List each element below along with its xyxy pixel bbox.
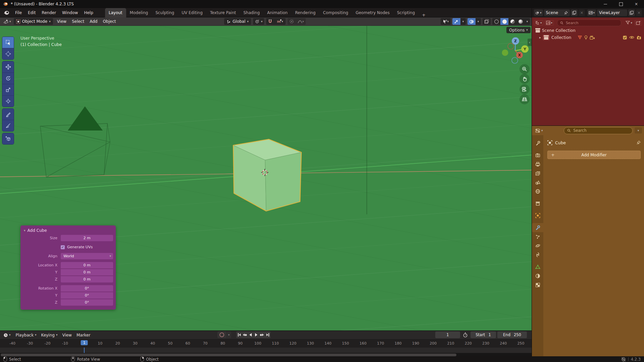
outliner-filter-button[interactable]: ▾ — [625, 20, 633, 25]
snap-toggle[interactable] — [266, 18, 274, 25]
timeline-menu-view[interactable]: View — [60, 333, 74, 338]
outliner-display-mode-button[interactable]: ▾ — [534, 20, 543, 25]
sidebar-collapse-arrow[interactable]: ‹ — [528, 39, 532, 46]
camera-object[interactable] — [40, 106, 110, 177]
workspace-tab-geometry-nodes[interactable]: Geometry Nodes — [352, 8, 393, 17]
new-viewlayer-button[interactable] — [628, 9, 635, 16]
expand-chevron-icon[interactable]: ▸ — [539, 36, 541, 39]
properties-tab-data[interactable] — [532, 262, 543, 271]
options-button[interactable]: Options ▾ — [506, 27, 531, 33]
play-reverse-button[interactable] — [248, 331, 253, 338]
browse-scene-button[interactable]: ▾ — [534, 9, 543, 16]
previous-keyframe-button[interactable] — [242, 331, 248, 338]
scene-name-field[interactable]: Scene — [544, 9, 570, 16]
tool-cursor[interactable] — [2, 48, 14, 59]
jump-to-start-button[interactable] — [236, 331, 242, 338]
frame-start-field[interactable]: Start 1 — [470, 331, 496, 338]
gizmo-neg-x[interactable] — [508, 43, 514, 49]
workspace-tab-uv-editing[interactable]: UV Editing — [178, 8, 206, 17]
close-button[interactable]: × — [629, 0, 644, 8]
timeline-ruler[interactable]: 1 -40-30-20-1010203040506070809010011012… — [0, 339, 532, 348]
gizmos-dropdown[interactable]: ▾ — [460, 18, 466, 25]
shading-dropdown[interactable]: ▾ — [525, 18, 530, 25]
workspace-tab-sculpting[interactable]: Sculpting — [152, 8, 178, 17]
generate-uvs-checkbox[interactable]: ✓ — [61, 245, 65, 249]
tool-transform[interactable] — [2, 95, 14, 107]
properties-tab-physics[interactable] — [532, 241, 543, 250]
align-dropdown[interactable]: World▾ — [61, 253, 113, 259]
proportional-falloff-dropdown[interactable]: ▾ — [296, 18, 306, 25]
menu-file[interactable]: File — [12, 8, 25, 17]
timeline-menu-keying[interactable]: Keying▾ — [39, 333, 60, 338]
location-z-field[interactable]: 0 m — [61, 276, 113, 282]
gizmo-neg-y[interactable] — [502, 50, 508, 56]
disable-render-icon[interactable] — [637, 36, 641, 40]
pivot-point-dropdown[interactable]: ▾ — [253, 18, 264, 25]
outliner-search[interactable] — [557, 19, 621, 26]
playhead[interactable] — [84, 348, 85, 353]
jump-to-end-button[interactable] — [265, 331, 270, 338]
browse-viewlayer-button[interactable]: ▾ — [587, 9, 596, 16]
properties-tab-output[interactable] — [532, 160, 543, 169]
proportional-edit-toggle[interactable] — [288, 18, 296, 25]
properties-tab-view-layer[interactable] — [532, 169, 543, 178]
rotation-x-field[interactable]: 0° — [61, 285, 113, 292]
viewport-menu-add[interactable]: Add — [87, 19, 100, 24]
tool-scale[interactable] — [2, 84, 14, 95]
properties-options-dropdown[interactable]: ▾ — [635, 127, 642, 134]
properties-tab-modifiers[interactable] — [532, 223, 543, 232]
properties-search[interactable] — [564, 127, 633, 134]
add-modifier-button[interactable]: + Add Modifier — [547, 151, 641, 159]
tool-rotate[interactable] — [2, 72, 14, 84]
scrollbar-handle[interactable] — [1, 354, 456, 356]
workspace-tab-modeling[interactable]: Modeling — [126, 8, 152, 17]
tool-annotate[interactable] — [2, 109, 14, 120]
location-x-field[interactable]: 0 m — [61, 262, 113, 268]
properties-tab-material[interactable] — [532, 271, 543, 280]
properties-tab-constraints[interactable] — [532, 250, 543, 259]
workspace-tab-layout[interactable]: Layout — [105, 8, 126, 17]
pin-icon[interactable] — [637, 141, 641, 145]
viewport-menu-select[interactable]: Select — [69, 19, 87, 24]
tool-select-box[interactable] — [2, 37, 14, 48]
properties-tab-render[interactable] — [532, 151, 543, 160]
menu-edit[interactable]: Edit — [25, 8, 39, 17]
minimize-button[interactable] — [598, 0, 613, 8]
show-gizmos-toggle[interactable] — [452, 18, 460, 25]
play-button[interactable] — [253, 331, 259, 338]
properties-tab-world[interactable] — [532, 187, 543, 196]
xray-toggle[interactable] — [483, 18, 491, 25]
shading-solid-button[interactable] — [500, 18, 508, 25]
properties-tab-scene[interactable] — [532, 178, 543, 187]
cube-object[interactable] — [233, 139, 301, 211]
blender-app-icon[interactable] — [3, 10, 9, 15]
viewport-menu-object[interactable]: Object — [100, 19, 118, 24]
mode-dropdown[interactable]: Object Mode ▾ — [14, 18, 53, 25]
viewport-3d[interactable]: Z Y X User Perspective (1) Collection | … — [0, 26, 532, 330]
properties-tab-particles[interactable] — [532, 232, 543, 241]
properties-editor-type-button[interactable]: ▾ — [534, 127, 544, 134]
timeline-track-area[interactable] — [0, 348, 532, 353]
snap-target-dropdown[interactable]: ▾ — [274, 18, 286, 25]
outliner-row-collection[interactable]: ▸ Collection — [532, 34, 644, 41]
rotation-y-field[interactable]: 0° — [61, 292, 113, 299]
workspace-tab-compositing[interactable]: Compositing — [319, 8, 352, 17]
pin-icon[interactable] — [564, 11, 568, 15]
operator-panel-add-cube[interactable]: ▾ Add Cube Size 2 m ✓ Generate UVs — [20, 225, 116, 310]
shading-wireframe-button[interactable] — [492, 18, 500, 25]
properties-tab-texture[interactable] — [532, 280, 543, 290]
new-collection-button[interactable] — [635, 20, 642, 25]
object-type-visibility-dropdown[interactable]: ▾ — [441, 18, 451, 25]
exclude-checkbox-icon[interactable] — [623, 36, 627, 40]
timeline-menu-marker[interactable]: Marker — [74, 333, 93, 338]
menu-help[interactable]: Help — [81, 8, 96, 17]
current-frame-field[interactable]: 1 — [435, 331, 460, 338]
workspace-tab-shading[interactable]: Shading — [240, 8, 263, 17]
workspace-tab-rendering[interactable]: Rendering — [291, 8, 319, 17]
auto-keying-dropdown[interactable]: ▾ — [226, 331, 231, 338]
operator-panel-header[interactable]: ▾ Add Cube — [20, 225, 116, 235]
tool-measure[interactable] — [2, 120, 14, 131]
workspace-tab-animation[interactable]: Animation — [263, 8, 291, 17]
size-field[interactable]: 2 m — [61, 235, 113, 241]
properties-tab-object[interactable] — [532, 211, 543, 220]
